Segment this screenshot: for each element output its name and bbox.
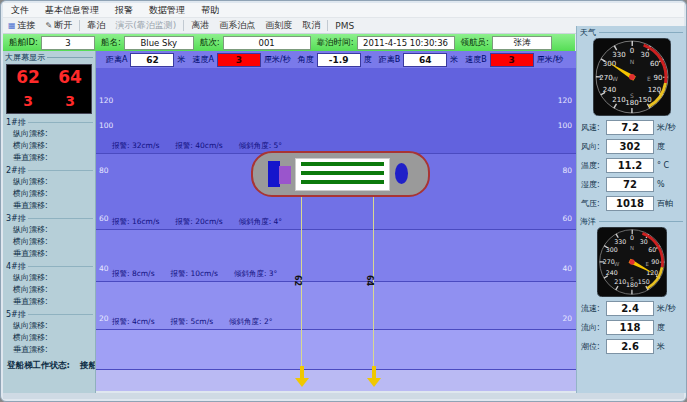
current-speed-value[interactable]: 2.4 [606, 301, 654, 316]
ship-id-field[interactable]: 3 [41, 36, 95, 50]
wind-dir-unit: 度 [657, 141, 665, 152]
toolbar-demo-button[interactable]: 演示(靠泊监测) [110, 19, 181, 32]
alarm-angle: 倾斜角度: 4° [239, 217, 282, 227]
toolbar-connect-button[interactable]: ▦ 连接 [3, 19, 41, 32]
axis-tick-left: 80 [99, 166, 109, 175]
distance-b-label: 距离B [379, 54, 401, 65]
wind-speed-label: 风速: [581, 122, 603, 133]
tide-level-value[interactable]: 2.6 [606, 339, 654, 354]
wind-speed-unit: 米/秒 [657, 122, 676, 133]
voyage-label: 航次: [200, 37, 220, 49]
compass-e: E [647, 75, 651, 82]
axis-tick-right: 60 [562, 214, 572, 223]
compass-w: W [614, 261, 620, 267]
menu-alarm[interactable]: 报警 [107, 4, 141, 17]
current-dir-value[interactable]: 118 [606, 320, 654, 335]
marine-section-title: 海洋 [577, 215, 686, 227]
alarm-speed-b: 报警: 20cm/s [175, 217, 222, 227]
big-screen-display: 62 64 3 3 [6, 64, 92, 114]
humidity-label: 湿度: [581, 179, 603, 190]
tick-label: 270 [602, 258, 614, 265]
toolbar-draw-scale-button[interactable]: 画刻度 [260, 19, 297, 32]
angle-value: -1.9 [317, 53, 361, 67]
tick-label: 330 [612, 51, 625, 59]
distance-b-unit: 米 [450, 54, 458, 65]
wind-dir-label: 风向: [581, 141, 603, 152]
vertical-drift-label: 垂直漂移: [3, 296, 95, 308]
toolbar-cancel-button[interactable]: 取消 [297, 19, 325, 32]
toolbar-pms-button[interactable]: PMS [330, 21, 359, 31]
pilot-label: 领航员: [461, 37, 489, 49]
menu-help[interactable]: 帮助 [193, 4, 227, 17]
alarm-speed-a: 报警: 32cm/s [112, 141, 159, 151]
distance-a-label: 距离A [106, 54, 127, 65]
lateral-drift-label: 横向漂移: [3, 140, 95, 152]
speed-a-value: 3 [217, 53, 261, 67]
alarm-threshold-line [96, 329, 576, 330]
menu-data-mgmt[interactable]: 数据管理 [141, 4, 193, 17]
speed-b-value: 3 [490, 53, 534, 67]
wind-gauge: 0 30 60 90 120 150 180 210 240 270 300 3… [577, 38, 686, 116]
group-title: 4#排 [3, 260, 95, 272]
distance-b-value: 64 [403, 53, 447, 67]
pressure-value[interactable]: 1018 [606, 196, 654, 211]
alarm-threshold-line [96, 229, 576, 230]
toolbar-disconnect-button[interactable]: ✎ 断开 [41, 19, 78, 32]
environment-panel: 天气 0 30 60 90 120 150 180 210 240 [576, 26, 686, 393]
axis-tick-right: 100 [558, 121, 572, 130]
ship-name-field[interactable]: Blue Sky [124, 36, 194, 50]
alarm-speed-a: 报警: 8cm/s [112, 269, 155, 279]
temperature-value[interactable]: 11.2 [606, 158, 654, 173]
alarm-speed-a: 报警: 16cm/s [112, 217, 159, 227]
toolbar-connect-label: 连接 [18, 19, 36, 32]
chart-band [96, 329, 576, 369]
ship-info-bar: 船舶ID: 3 船名: Blue Sky 航次: 001 靠泊时间: 2011-… [3, 34, 575, 51]
pressure-label: 气压: [581, 198, 603, 209]
distance-a-unit: 米 [177, 54, 185, 65]
chart-bottom-strip [96, 369, 576, 391]
group-title: 2#排 [3, 164, 95, 176]
toolbar-berth-button[interactable]: 靠泊 [82, 19, 110, 32]
wind-speed-value[interactable]: 7.2 [606, 120, 654, 135]
toolbar-separator [79, 20, 80, 31]
axis-tick-right: 40 [562, 264, 572, 273]
pilot-field[interactable]: 张涛 [492, 36, 552, 50]
disconnect-icon: ✎ [46, 21, 53, 30]
axis-tick-left: 40 [99, 264, 109, 273]
tick-label: 210 [612, 96, 625, 104]
app-window: 文件 基本信息管理 报警 数据管理 帮助 ▦ 连接 ✎ 断开 靠泊 演示(靠泊监… [0, 0, 687, 402]
lateral-drift-label: 横向漂移: [3, 236, 95, 248]
alarm-speed-a: 报警: 4cm/s [112, 317, 155, 327]
pressure-unit: 百帕 [657, 198, 673, 209]
vertical-drift-label: 垂直漂移: [3, 344, 95, 356]
tick-label: 30 [640, 51, 649, 59]
tick-label: 90 [651, 258, 659, 265]
drift-group-2: 2#排 纵向漂移: 横向漂移: 垂直漂移: [3, 164, 95, 212]
wind-dir-value[interactable]: 302 [606, 139, 654, 154]
angle-unit: 度 [364, 54, 372, 65]
voyage-field[interactable]: 001 [223, 36, 311, 50]
distance-line-a-label: 62 [293, 275, 302, 286]
alarm-angle: 倾斜角度: 3° [234, 269, 277, 279]
tick-label: 240 [602, 86, 615, 94]
tick-label: 150 [637, 278, 649, 285]
gangway-status-label: 登船梯工作状态: [7, 360, 70, 370]
tick-label: 120 [647, 86, 660, 94]
tick-label: 90 [653, 74, 662, 82]
toolbar-depart-button[interactable]: 离港 [186, 19, 214, 32]
ship-graphic[interactable] [251, 151, 430, 197]
current-dir-unit: 度 [657, 322, 665, 333]
left-sidebar: 大屏幕显示 62 64 3 3 1#排 纵向漂移: 横向漂移: 垂直漂移: 2#… [3, 51, 96, 393]
axis-tick-right: 80 [562, 166, 572, 175]
menu-file[interactable]: 文件 [3, 4, 37, 17]
humidity-unit: % [657, 180, 665, 189]
big-screen-title: 大屏幕显示 [3, 51, 95, 63]
humidity-value[interactable]: 72 [606, 177, 654, 192]
longitudinal-drift-label: 纵向漂移: [3, 272, 95, 284]
lateral-drift-label: 横向漂移: [3, 284, 95, 296]
toolbar-draw-mooring-button[interactable]: 画系泊点 [214, 19, 260, 32]
speed-a-label: 速度A [192, 54, 213, 65]
menu-basic-info[interactable]: 基本信息管理 [37, 4, 107, 17]
weather-section-title: 天气 [577, 26, 686, 38]
berth-time-field[interactable]: 2011-4-15 10:30:36 [357, 36, 455, 50]
